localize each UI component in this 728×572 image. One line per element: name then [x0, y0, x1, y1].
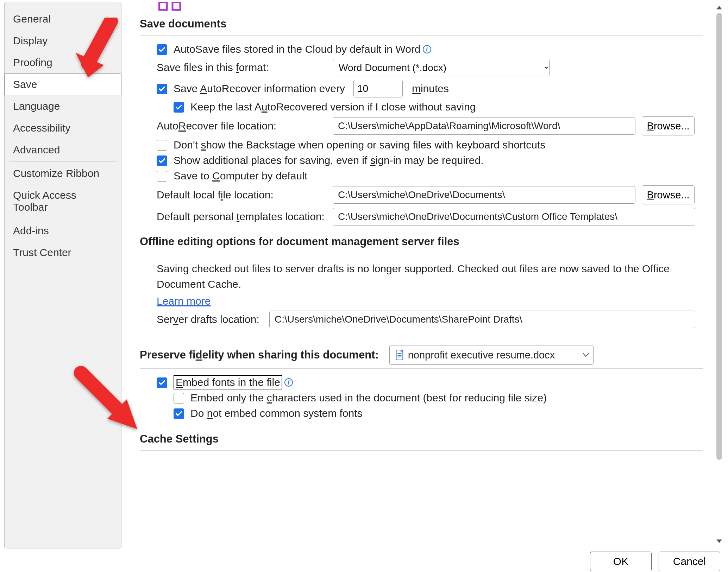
- preserve-document-select[interactable]: nonprofit executive resume.docx: [389, 345, 594, 365]
- autosave-row: AutoSave files stored in the Cloud by de…: [157, 43, 703, 55]
- embed-only-characters-row: Embed only the characters used in the do…: [174, 392, 703, 404]
- save-format-row: Save files in this format: Word Document…: [157, 59, 703, 76]
- keep-last-autorecovered-checkbox[interactable]: [174, 102, 184, 113]
- server-drafts-row: Server drafts location:: [157, 311, 703, 328]
- autorecover-location-row: AutoRecover file location: Browse...: [157, 116, 703, 135]
- options-main-panel: Save documents AutoSave files stored in …: [121, 2, 724, 548]
- section-preserve-fidelity-header: Preserve fidelity when sharing this docu…: [140, 345, 703, 365]
- nav-general[interactable]: General: [5, 8, 121, 30]
- autorecover-location-label: AutoRecover file location:: [157, 120, 333, 132]
- autorecover-row: Save AutoRecover information every minut…: [157, 80, 703, 97]
- dont-show-backstage-row: Don't show the Backstage when opening or…: [157, 139, 703, 151]
- info-icon[interactable]: i: [423, 45, 431, 53]
- dont-embed-common-label: Do not embed common system fonts: [190, 407, 363, 419]
- nav-language[interactable]: Language: [5, 95, 121, 117]
- section-preserve-fidelity-title: Preserve fidelity when sharing this docu…: [140, 349, 379, 361]
- keep-last-autorecovered-label: Keep the last AutoRecovered version if I…: [190, 101, 476, 113]
- server-drafts-input[interactable]: [269, 311, 695, 328]
- learn-more-link[interactable]: Learn more: [157, 295, 211, 307]
- autorecover-checkbox[interactable]: [157, 84, 167, 94]
- default-templates-input[interactable]: [333, 208, 695, 225]
- info-icon[interactable]: i: [284, 378, 293, 387]
- default-local-location-input[interactable]: [333, 186, 635, 204]
- embed-fonts-row: Embed fonts in the file i: [157, 376, 703, 388]
- word-document-icon: [394, 350, 404, 360]
- embed-only-characters-label: Embed only the characters used in the do…: [190, 392, 547, 404]
- scrollbar-track[interactable]: [716, 13, 722, 536]
- chevron-down-icon: [583, 353, 589, 357]
- ok-button[interactable]: OK: [590, 552, 652, 571]
- dont-embed-common-row: Do not embed common system fonts: [174, 407, 703, 419]
- default-local-location-row: Default local file location: Browse...: [157, 185, 703, 204]
- save-to-computer-checkbox[interactable]: [157, 171, 167, 182]
- embed-fonts-checkbox[interactable]: [157, 377, 167, 388]
- dont-embed-common-checkbox[interactable]: [174, 408, 184, 419]
- offline-note: Saving checked out files to server draft…: [157, 261, 685, 292]
- nav-display[interactable]: Display: [5, 30, 121, 52]
- autosave-checkbox[interactable]: [157, 44, 167, 55]
- autorecover-location-input[interactable]: [333, 117, 635, 135]
- nav-add-ins[interactable]: Add-ins: [5, 220, 121, 242]
- keep-last-autorecovered-row: Keep the last AutoRecovered version if I…: [174, 101, 703, 113]
- section-save-documents-title: Save documents: [140, 18, 703, 30]
- show-additional-places-checkbox[interactable]: [157, 155, 167, 166]
- default-local-location-label: Default local file location:: [157, 189, 333, 201]
- nav-advanced[interactable]: Advanced: [5, 139, 121, 161]
- nav-accessibility[interactable]: Accessibility: [5, 117, 121, 139]
- save-to-computer-label: Save to Computer by default: [174, 170, 307, 182]
- save-format-select[interactable]: Word Document (*.docx): [333, 59, 550, 76]
- autorecover-browse-button[interactable]: Browse...: [642, 116, 695, 135]
- save-format-label: Save files in this format:: [157, 62, 333, 74]
- scroll-up-icon[interactable]: [715, 4, 723, 12]
- section-offline-title: Offline editing options for document man…: [140, 235, 703, 248]
- dont-show-backstage-label: Don't show the Backstage when opening or…: [174, 139, 545, 151]
- options-dialog: General Display Proofing Save Language A…: [4, 2, 724, 548]
- nav-quick-access-toolbar[interactable]: Quick Access Toolbar: [5, 184, 121, 218]
- scrollbar-thumb[interactable]: [716, 13, 722, 460]
- embed-only-characters-checkbox[interactable]: [174, 393, 184, 403]
- server-drafts-label: Server drafts location:: [157, 313, 269, 325]
- embed-fonts-label: Embed fonts in the file: [174, 376, 282, 388]
- nav-customize-ribbon[interactable]: Customize Ribbon: [5, 163, 121, 184]
- autorecover-minutes-input[interactable]: [353, 80, 403, 97]
- preserve-document-value: nonprofit executive resume.docx: [408, 349, 555, 361]
- scroll-down-icon[interactable]: [715, 537, 723, 545]
- default-templates-row: Default personal templates location:: [157, 208, 703, 225]
- nav-proofing[interactable]: Proofing: [5, 52, 121, 74]
- default-templates-label: Default personal templates location:: [157, 211, 333, 223]
- dont-show-backstage-checkbox[interactable]: [157, 140, 167, 151]
- options-sidebar: General Display Proofing Save Language A…: [4, 2, 121, 548]
- dialog-footer: OK Cancel: [590, 552, 720, 571]
- minutes-label: minutes: [412, 83, 449, 95]
- show-additional-places-label: Show additional places for saving, even …: [174, 154, 484, 166]
- cancel-button[interactable]: Cancel: [659, 552, 720, 571]
- default-local-browse-button[interactable]: Browse...: [642, 185, 695, 204]
- nav-trust-center[interactable]: Trust Center: [5, 242, 121, 263]
- save-to-computer-row: Save to Computer by default: [157, 170, 703, 182]
- autosave-label: AutoSave files stored in the Cloud by de…: [174, 43, 421, 55]
- section-cache-settings-title: Cache Settings: [140, 433, 703, 445]
- vertical-scrollbar[interactable]: [715, 4, 723, 545]
- nav-save[interactable]: Save: [4, 74, 121, 95]
- autorecover-label: Save AutoRecover information every: [174, 83, 345, 95]
- show-additional-places-row: Show additional places for saving, even …: [157, 154, 703, 166]
